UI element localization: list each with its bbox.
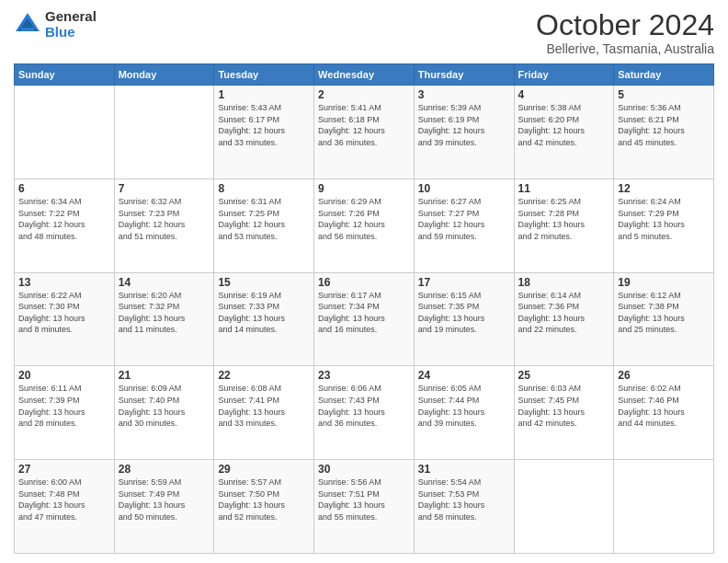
day-info: Sunrise: 6:12 AM Sunset: 7:38 PM Dayligh… (618, 290, 710, 336)
day-info: Sunrise: 6:14 AM Sunset: 7:36 PM Dayligh… (518, 290, 610, 336)
day-number: 18 (518, 276, 610, 289)
day-info: Sunrise: 6:29 AM Sunset: 7:26 PM Dayligh… (318, 196, 410, 242)
calendar-cell: 28Sunrise: 5:59 AM Sunset: 7:49 PM Dayli… (114, 460, 214, 554)
day-number: 16 (318, 276, 410, 289)
day-info: Sunrise: 6:00 AM Sunset: 7:48 PM Dayligh… (18, 477, 110, 523)
day-number: 8 (218, 182, 310, 195)
day-number: 6 (18, 182, 110, 195)
day-info: Sunrise: 6:17 AM Sunset: 7:34 PM Dayligh… (318, 290, 410, 336)
day-number: 1 (218, 88, 310, 101)
day-number: 2 (318, 88, 410, 101)
day-info: Sunrise: 6:32 AM Sunset: 7:23 PM Dayligh… (119, 196, 210, 242)
day-info: Sunrise: 6:25 AM Sunset: 7:28 PM Dayligh… (518, 196, 610, 242)
calendar-cell: 19Sunrise: 6:12 AM Sunset: 7:38 PM Dayli… (614, 272, 714, 366)
day-info: Sunrise: 6:22 AM Sunset: 7:30 PM Dayligh… (18, 290, 110, 336)
day-number: 10 (418, 182, 510, 195)
day-number: 29 (218, 463, 310, 476)
week-row-5: 27Sunrise: 6:00 AM Sunset: 7:48 PM Dayli… (15, 460, 714, 554)
calendar-cell: 16Sunrise: 6:17 AM Sunset: 7:34 PM Dayli… (314, 272, 415, 366)
day-number: 30 (318, 463, 410, 476)
day-number: 25 (518, 369, 610, 382)
day-info: Sunrise: 5:43 AM Sunset: 6:17 PM Dayligh… (218, 102, 310, 148)
day-info: Sunrise: 6:19 AM Sunset: 7:33 PM Dayligh… (218, 290, 310, 336)
day-number: 22 (218, 369, 310, 382)
day-number: 9 (318, 182, 410, 195)
week-row-3: 13Sunrise: 6:22 AM Sunset: 7:30 PM Dayli… (15, 272, 714, 366)
day-info: Sunrise: 6:34 AM Sunset: 7:22 PM Dayligh… (18, 196, 110, 242)
calendar-cell: 11Sunrise: 6:25 AM Sunset: 7:28 PM Dayli… (514, 178, 614, 272)
logo-general-text: General (45, 9, 97, 25)
page: General Blue October 2024 Bellerive, Tas… (0, 0, 728, 563)
day-info: Sunrise: 6:11 AM Sunset: 7:39 PM Dayligh… (18, 383, 110, 429)
day-number: 15 (218, 276, 310, 289)
logo-icon (14, 11, 41, 39)
subtitle: Bellerive, Tasmania, Australia (536, 41, 714, 56)
logo-text: General Blue (45, 9, 97, 40)
day-number: 4 (518, 88, 610, 101)
calendar-cell: 17Sunrise: 6:15 AM Sunset: 7:35 PM Dayli… (414, 272, 514, 366)
calendar-cell: 13Sunrise: 6:22 AM Sunset: 7:30 PM Dayli… (15, 272, 115, 366)
day-info: Sunrise: 5:54 AM Sunset: 7:53 PM Dayligh… (418, 477, 510, 523)
header-day-monday: Monday (114, 64, 214, 86)
calendar-cell (614, 460, 714, 554)
day-number: 19 (618, 276, 710, 289)
calendar-cell: 24Sunrise: 6:05 AM Sunset: 7:44 PM Dayli… (414, 366, 514, 460)
day-info: Sunrise: 5:56 AM Sunset: 7:51 PM Dayligh… (318, 477, 410, 523)
week-row-4: 20Sunrise: 6:11 AM Sunset: 7:39 PM Dayli… (15, 366, 714, 460)
calendar-cell: 20Sunrise: 6:11 AM Sunset: 7:39 PM Dayli… (15, 366, 115, 460)
day-info: Sunrise: 5:38 AM Sunset: 6:20 PM Dayligh… (518, 102, 610, 148)
header-day-thursday: Thursday (414, 64, 514, 86)
title-block: October 2024 Bellerive, Tasmania, Austra… (536, 9, 714, 56)
calendar-cell: 10Sunrise: 6:27 AM Sunset: 7:27 PM Dayli… (414, 178, 514, 272)
calendar-table: SundayMondayTuesdayWednesdayThursdayFrid… (14, 63, 714, 554)
header: General Blue October 2024 Bellerive, Tas… (14, 9, 714, 56)
calendar-cell: 14Sunrise: 6:20 AM Sunset: 7:32 PM Dayli… (114, 272, 214, 366)
calendar-cell: 9Sunrise: 6:29 AM Sunset: 7:26 PM Daylig… (314, 178, 415, 272)
calendar-cell: 27Sunrise: 6:00 AM Sunset: 7:48 PM Dayli… (15, 460, 115, 554)
calendar-cell: 23Sunrise: 6:06 AM Sunset: 7:43 PM Dayli… (314, 366, 415, 460)
calendar-cell: 22Sunrise: 6:08 AM Sunset: 7:41 PM Dayli… (214, 366, 314, 460)
day-number: 28 (119, 463, 210, 476)
main-title: October 2024 (536, 9, 714, 41)
header-day-sunday: Sunday (15, 64, 115, 86)
day-number: 23 (318, 369, 410, 382)
week-row-2: 6Sunrise: 6:34 AM Sunset: 7:22 PM Daylig… (15, 178, 714, 272)
calendar-cell: 8Sunrise: 6:31 AM Sunset: 7:25 PM Daylig… (214, 178, 314, 272)
day-info: Sunrise: 6:09 AM Sunset: 7:40 PM Dayligh… (119, 383, 210, 429)
calendar-body: 1Sunrise: 5:43 AM Sunset: 6:17 PM Daylig… (15, 86, 714, 554)
day-info: Sunrise: 6:31 AM Sunset: 7:25 PM Dayligh… (218, 196, 310, 242)
header-day-saturday: Saturday (614, 64, 714, 86)
day-info: Sunrise: 5:36 AM Sunset: 6:21 PM Dayligh… (618, 102, 710, 148)
day-number: 12 (618, 182, 710, 195)
day-info: Sunrise: 6:27 AM Sunset: 7:27 PM Dayligh… (418, 196, 510, 242)
calendar-cell: 4Sunrise: 5:38 AM Sunset: 6:20 PM Daylig… (514, 86, 614, 179)
day-info: Sunrise: 6:20 AM Sunset: 7:32 PM Dayligh… (119, 290, 210, 336)
logo-blue-text: Blue (45, 25, 97, 40)
week-row-1: 1Sunrise: 5:43 AM Sunset: 6:17 PM Daylig… (15, 86, 714, 179)
svg-rect-2 (21, 28, 34, 31)
calendar-cell: 2Sunrise: 5:41 AM Sunset: 6:18 PM Daylig… (314, 86, 415, 179)
day-info: Sunrise: 6:06 AM Sunset: 7:43 PM Dayligh… (318, 383, 410, 429)
day-number: 26 (618, 369, 710, 382)
calendar-cell: 1Sunrise: 5:43 AM Sunset: 6:17 PM Daylig… (214, 86, 314, 179)
header-day-tuesday: Tuesday (214, 64, 314, 86)
day-info: Sunrise: 6:05 AM Sunset: 7:44 PM Dayligh… (418, 383, 510, 429)
calendar-cell: 7Sunrise: 6:32 AM Sunset: 7:23 PM Daylig… (114, 178, 214, 272)
day-info: Sunrise: 6:03 AM Sunset: 7:45 PM Dayligh… (518, 383, 610, 429)
day-info: Sunrise: 6:15 AM Sunset: 7:35 PM Dayligh… (418, 290, 510, 336)
logo: General Blue (14, 9, 97, 40)
header-day-wednesday: Wednesday (314, 64, 415, 86)
day-number: 21 (119, 369, 210, 382)
calendar-cell (514, 460, 614, 554)
calendar-cell: 12Sunrise: 6:24 AM Sunset: 7:29 PM Dayli… (614, 178, 714, 272)
calendar-cell: 30Sunrise: 5:56 AM Sunset: 7:51 PM Dayli… (314, 460, 415, 554)
calendar-cell: 21Sunrise: 6:09 AM Sunset: 7:40 PM Dayli… (114, 366, 214, 460)
calendar-header: SundayMondayTuesdayWednesdayThursdayFrid… (15, 64, 714, 86)
day-number: 20 (18, 369, 110, 382)
day-info: Sunrise: 6:24 AM Sunset: 7:29 PM Dayligh… (618, 196, 710, 242)
day-info: Sunrise: 5:59 AM Sunset: 7:49 PM Dayligh… (119, 477, 210, 523)
day-number: 24 (418, 369, 510, 382)
header-row: SundayMondayTuesdayWednesdayThursdayFrid… (15, 64, 714, 86)
day-number: 11 (518, 182, 610, 195)
day-number: 3 (418, 88, 510, 101)
